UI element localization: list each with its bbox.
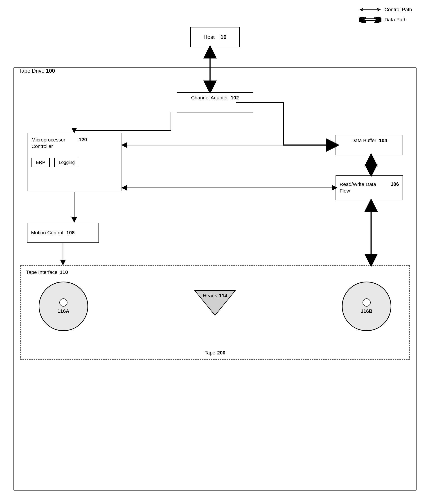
- heads-shape: Heads 114: [193, 288, 237, 318]
- reel-a: 116A: [39, 282, 88, 331]
- control-path-arrow-icon: [359, 7, 381, 12]
- data-path-arrow-icon: [359, 17, 381, 23]
- legend-data-path: Data Path: [359, 17, 412, 23]
- read-write-box: Read/Write Data Flow 106: [336, 175, 403, 200]
- tape-drive-label: Tape Drive 100: [18, 68, 56, 74]
- reel-b-hub: [363, 298, 371, 306]
- heads-label: Heads: [203, 293, 217, 299]
- tape-label-container: Tape 200: [205, 350, 225, 356]
- motion-control-box: Motion Control 108: [27, 223, 99, 243]
- channel-adapter-number: 102: [231, 95, 239, 101]
- microprocessor-number: 120: [79, 137, 87, 143]
- erp-label: ERP: [36, 160, 45, 165]
- data-buffer-number: 104: [379, 138, 387, 144]
- tape-interface-number: 110: [60, 270, 68, 275]
- erp-box: ERP: [31, 158, 50, 167]
- tape-label: Tape: [205, 350, 215, 356]
- legend: Control Path Data Path: [359, 7, 412, 23]
- logging-box: Logging: [54, 158, 79, 167]
- motion-control-label: Motion Control: [31, 230, 63, 236]
- read-write-number: 106: [391, 181, 399, 187]
- host-box: Host 10: [190, 27, 240, 47]
- tape-number: 200: [217, 350, 225, 356]
- data-buffer-label: Data Buffer: [351, 138, 376, 144]
- data-buffer-box: Data Buffer 104: [336, 135, 403, 155]
- reel-a-hub: [59, 298, 67, 306]
- channel-adapter-box: Channel Adapter 102: [177, 92, 253, 112]
- diagram: Host 10 Tape Drive 100 Channel Adapter 1…: [13, 27, 417, 491]
- logging-label: Logging: [59, 160, 75, 165]
- control-path-label: Control Path: [385, 7, 412, 13]
- tape-interface-box: Tape Interface 110 116A 116B Head: [20, 265, 410, 360]
- legend-control-path: Control Path: [359, 7, 412, 13]
- microprocessor-label: Microprocessor Controller: [31, 137, 76, 150]
- reel-b: 116B: [342, 282, 391, 331]
- host-number: 10: [220, 34, 226, 40]
- motion-control-number: 108: [66, 230, 75, 236]
- read-write-label: Read/Write Data Flow: [340, 181, 385, 194]
- heads-number: 114: [219, 293, 227, 299]
- reel-b-label: 116B: [361, 308, 373, 314]
- page-container: Control Path Data Path: [0, 0, 430, 504]
- data-path-label: Data Path: [385, 17, 407, 23]
- heads-label-container: Heads 114: [203, 293, 227, 299]
- microprocessor-box: Microprocessor Controller 120 ERP Loggin…: [27, 133, 121, 191]
- host-label: Host: [204, 34, 215, 40]
- reel-a-label: 116A: [58, 308, 70, 314]
- channel-adapter-label: Channel Adapter: [191, 95, 228, 101]
- tape-interface-label: Tape Interface: [26, 270, 57, 275]
- tape-interface-label-container: Tape Interface 110: [26, 270, 404, 275]
